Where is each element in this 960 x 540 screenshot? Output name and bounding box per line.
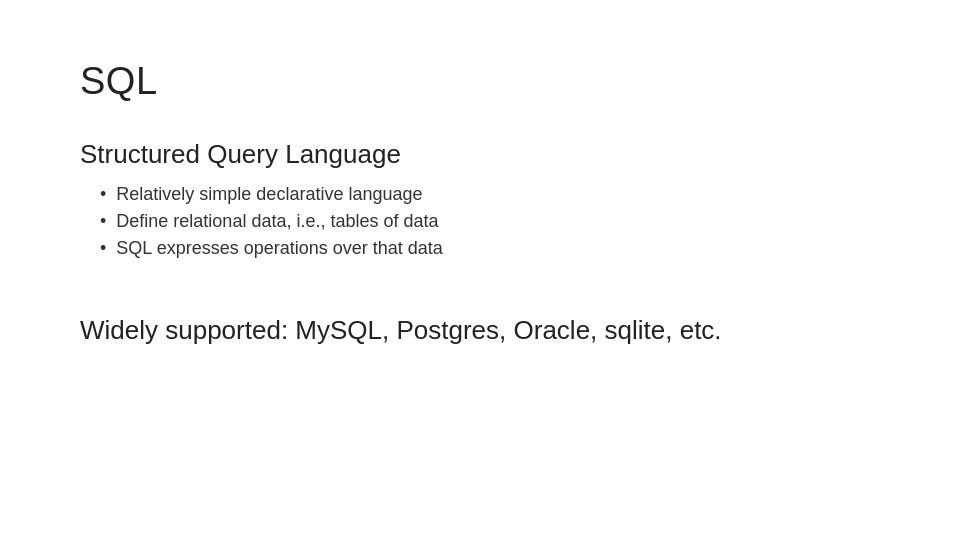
bullet-list: Relatively simple declarative language D… <box>100 184 880 265</box>
slide-title: SQL <box>80 60 880 103</box>
slide: SQL Structured Query Language Relatively… <box>0 0 960 540</box>
bullet-text-3: SQL expresses operations over that data <box>116 238 443 259</box>
bullet-text-1: Relatively simple declarative language <box>116 184 422 205</box>
list-item: SQL expresses operations over that data <box>100 238 880 259</box>
bullet-text-2: Define relational data, i.e., tables of … <box>116 211 438 232</box>
section2-text: Widely supported: MySQL, Postgres, Oracl… <box>80 315 880 346</box>
list-item: Relatively simple declarative language <box>100 184 880 205</box>
list-item: Define relational data, i.e., tables of … <box>100 211 880 232</box>
section1-heading: Structured Query Language <box>80 139 880 170</box>
